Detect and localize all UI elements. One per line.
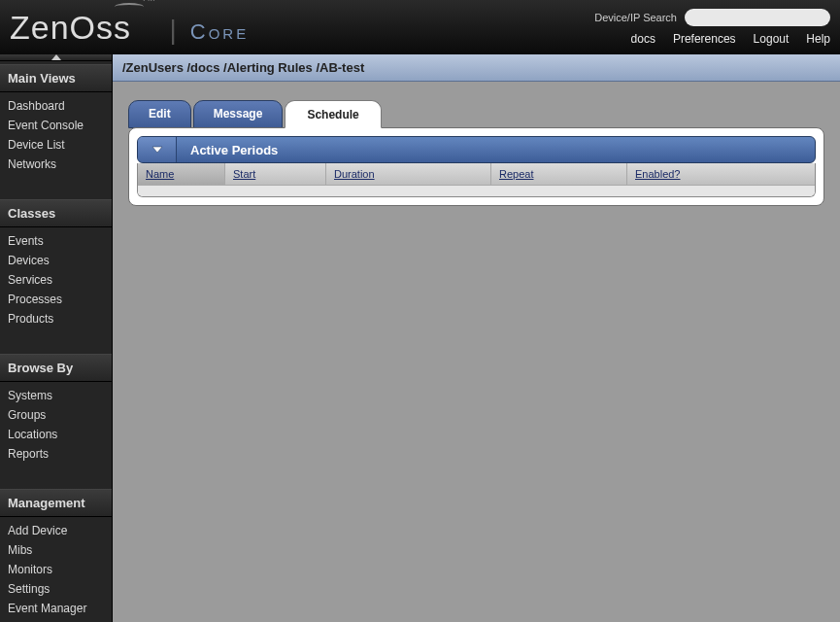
panel-title: Active Periods [177, 137, 278, 162]
link-logout[interactable]: Logout [754, 32, 790, 46]
sidebar-item-networks[interactable]: Networks [0, 155, 112, 174]
sidebar-item-settings[interactable]: Settings [0, 579, 112, 599]
logo-product: Core [190, 19, 249, 45]
sidebar-item-events[interactable]: Events [0, 231, 112, 251]
search-row: Device/IP Search [594, 9, 830, 26]
nav-items: Add DeviceMibsMonitorsSettingsEvent Mana… [0, 517, 112, 622]
tab-schedule[interactable]: Schedule [285, 100, 381, 128]
nav-items: EventsDevicesServicesProcessesProducts [0, 227, 112, 332]
sidebar-item-devices[interactable]: Devices [0, 251, 112, 270]
halo-icon [115, 3, 144, 11]
nav-items: DashboardEvent ConsoleDevice ListNetwork… [0, 92, 112, 178]
nav-section-title: Browse By [0, 354, 112, 382]
tabs: EditMessageSchedule [128, 100, 824, 128]
link-preferences[interactable]: Preferences [673, 32, 736, 46]
main: /ZenUsers /docs /Alerting Rules /AB-test… [113, 54, 840, 622]
sidebar-collapse-button[interactable] [0, 54, 112, 61]
header-links: docs Preferences Logout Help [631, 32, 830, 46]
nav-section-title: Management [0, 489, 112, 517]
sidebar-item-products[interactable]: Products [0, 309, 112, 328]
breadcrumb[interactable]: /ZenUsers /docs /Alerting Rules /AB-test [113, 54, 840, 82]
app-header: ZenOss TM | Core Device/IP Search docs P… [0, 0, 840, 54]
logo-tm: TM [142, 0, 156, 3]
sidebar-item-reports[interactable]: Reports [0, 444, 112, 464]
sidebar-item-monitors[interactable]: Monitors [0, 560, 112, 579]
logo: ZenOss TM | Core [10, 9, 249, 47]
sidebar-gap [0, 332, 112, 354]
sidebar-gap [0, 178, 112, 199]
table-header: NameStartDurationRepeatEnabled? [138, 163, 815, 185]
column-header-start[interactable]: Start [225, 163, 326, 185]
link-docs[interactable]: docs [631, 32, 655, 46]
logo-text-1: Zen [10, 9, 70, 46]
search-label: Device/IP Search [594, 12, 677, 23]
panel-menu-button[interactable] [138, 137, 177, 162]
content: EditMessageSchedule Active Periods NameS… [113, 82, 840, 622]
sidebar-gap [0, 467, 112, 489]
chevron-down-icon [151, 146, 163, 154]
search-input[interactable] [685, 9, 830, 26]
sidebar-item-processes[interactable]: Processes [0, 290, 112, 309]
layout: Main ViewsDashboardEvent ConsoleDevice L… [0, 54, 840, 622]
logo-o-icon: O [70, 9, 96, 47]
panel: Active Periods NameStartDurationRepeatEn… [128, 127, 824, 206]
chevron-up-icon [51, 54, 61, 60]
column-header-duration[interactable]: Duration [326, 163, 491, 185]
sidebar-item-mibs[interactable]: Mibs [0, 540, 112, 560]
logo-brand: ZenOss TM [10, 9, 156, 47]
header-right: Device/IP Search docs Preferences Logout… [594, 9, 830, 46]
sidebar-item-dashboard[interactable]: Dashboard [0, 96, 112, 116]
sidebar-item-locations[interactable]: Locations [0, 425, 112, 444]
tab-edit[interactable]: Edit [128, 100, 191, 128]
nav-section-title: Main Views [0, 64, 112, 92]
link-help[interactable]: Help [806, 32, 830, 46]
logo-text-2: ss [96, 9, 131, 46]
sidebar-item-event-manager[interactable]: Event Manager [0, 599, 112, 618]
sidebar: Main ViewsDashboardEvent ConsoleDevice L… [0, 54, 113, 622]
sidebar-item-groups[interactable]: Groups [0, 405, 112, 425]
table-body [138, 185, 815, 196]
panel-header: Active Periods [137, 136, 816, 163]
table: NameStartDurationRepeatEnabled? [137, 163, 816, 197]
nav-section-title: Classes [0, 199, 112, 227]
logo-divider: | [170, 15, 177, 46]
column-header-name[interactable]: Name [138, 163, 225, 185]
sidebar-item-device-list[interactable]: Device List [0, 135, 112, 155]
sidebar-item-add-device[interactable]: Add Device [0, 521, 112, 540]
sidebar-item-event-console[interactable]: Event Console [0, 116, 112, 135]
column-header-repeat[interactable]: Repeat [491, 163, 627, 185]
sidebar-item-systems[interactable]: Systems [0, 386, 112, 405]
column-header-enabled[interactable]: Enabled? [627, 163, 815, 185]
tab-message[interactable]: Message [193, 100, 284, 128]
sidebar-item-services[interactable]: Services [0, 270, 112, 290]
nav-items: SystemsGroupsLocationsReports [0, 382, 112, 467]
